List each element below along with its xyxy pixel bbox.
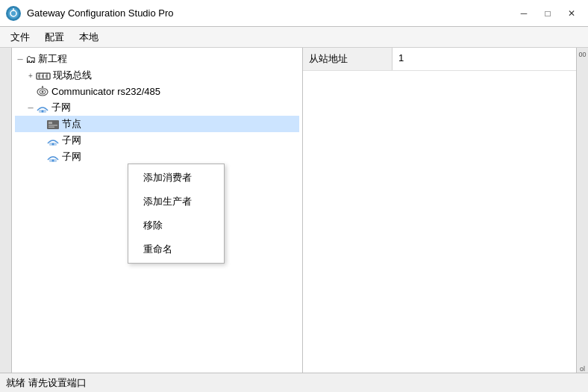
svg-rect-18 <box>49 125 57 126</box>
tree-panel: ─ 🗂 新工程 + 现场总线 <box>12 48 303 373</box>
maximize-button[interactable]: □ <box>537 5 558 22</box>
window-title: Gateway Configuration Studio Pro <box>27 7 513 19</box>
root-icon: 🗂 <box>25 53 36 65</box>
svg-rect-9 <box>46 75 48 78</box>
menu-config[interactable]: 配置 <box>37 28 72 47</box>
right-hint-top: 00 <box>578 51 586 58</box>
prop-row-address: 从站地址 1 <box>303 48 576 71</box>
svg-point-21 <box>52 143 54 146</box>
svg-point-15 <box>42 111 44 113</box>
right-hint-bottom: ol <box>580 365 585 373</box>
expander-node <box>36 119 46 129</box>
left-side-panel <box>0 48 12 373</box>
communicator-label: Communicator rs232/485 <box>51 86 160 97</box>
title-bar: Gateway Configuration Studio Pro ─ □ ✕ <box>0 0 588 27</box>
menu-local[interactable]: 本地 <box>72 28 106 47</box>
subnet-2-icon <box>46 151 60 163</box>
tree-node-root[interactable]: ─ 🗂 新工程 <box>15 51 299 67</box>
ctx-add-consumer[interactable]: 添加消费者 <box>128 166 224 190</box>
prop-value-address[interactable]: 1 <box>392 48 576 70</box>
expander-subnet-2 <box>36 152 46 162</box>
svg-rect-7 <box>38 75 40 78</box>
status-text: 就绪 请先设置端口 <box>6 376 87 390</box>
expander-root[interactable]: ─ <box>15 54 25 64</box>
tree-node-subnet-2[interactable]: 子网 <box>15 149 299 165</box>
subnet-1-label: 子网 <box>62 134 81 147</box>
context-menu: 添加消费者 添加生产者 移除 重命名 <box>128 164 225 264</box>
app-icon <box>6 6 21 21</box>
status-bar: 就绪 请先设置端口 <box>0 373 588 392</box>
close-button[interactable]: ✕ <box>561 5 582 22</box>
main-area: ─ 🗂 新工程 + 现场总线 <box>12 48 576 373</box>
tree-node-node[interactable]: 节点 <box>15 116 299 132</box>
ctx-rename[interactable]: 重命名 <box>128 237 224 261</box>
subnet-parent-icon <box>36 102 49 113</box>
svg-point-13 <box>42 91 44 93</box>
tree-node-subnet-1[interactable]: 子网 <box>15 132 299 149</box>
fieldbus-icon <box>36 69 51 82</box>
prop-label-address: 从站地址 <box>303 48 392 70</box>
minimize-button[interactable]: ─ <box>513 5 534 22</box>
subnet-parent-label: 子网 <box>51 101 71 114</box>
tree-node-communicator[interactable]: Communicator rs232/485 <box>15 84 299 99</box>
right-panel: 从站地址 1 <box>303 48 576 373</box>
menu-file[interactable]: 文件 <box>3 28 37 47</box>
window-controls: ─ □ ✕ <box>513 5 582 22</box>
node-label: 节点 <box>62 117 81 131</box>
subnet-1-icon <box>46 134 60 146</box>
expander-subnet-parent[interactable]: ─ <box>25 102 36 113</box>
svg-rect-17 <box>49 122 52 124</box>
fieldbus-label: 现场总线 <box>53 69 92 82</box>
menu-bar: 文件 配置 本地 <box>0 27 588 48</box>
expander-communicator <box>25 87 36 97</box>
right-side-hint: 00 ol <box>576 48 588 373</box>
ctx-remove[interactable]: 移除 <box>128 214 224 237</box>
node-icon <box>46 118 60 130</box>
expander-subnet-1 <box>36 135 46 146</box>
tree-node-subnet-parent[interactable]: ─ 子网 <box>15 99 299 116</box>
svg-rect-19 <box>49 127 54 128</box>
tree-node-fieldbus[interactable]: + 现场总线 <box>15 67 299 84</box>
svg-point-23 <box>52 160 54 162</box>
svg-rect-8 <box>42 75 44 78</box>
communicator-icon <box>36 85 49 98</box>
ctx-add-producer[interactable]: 添加生产者 <box>128 190 224 214</box>
subnet-2-label: 子网 <box>62 150 81 164</box>
expander-fieldbus[interactable]: + <box>25 70 36 81</box>
root-label: 新工程 <box>38 52 67 66</box>
